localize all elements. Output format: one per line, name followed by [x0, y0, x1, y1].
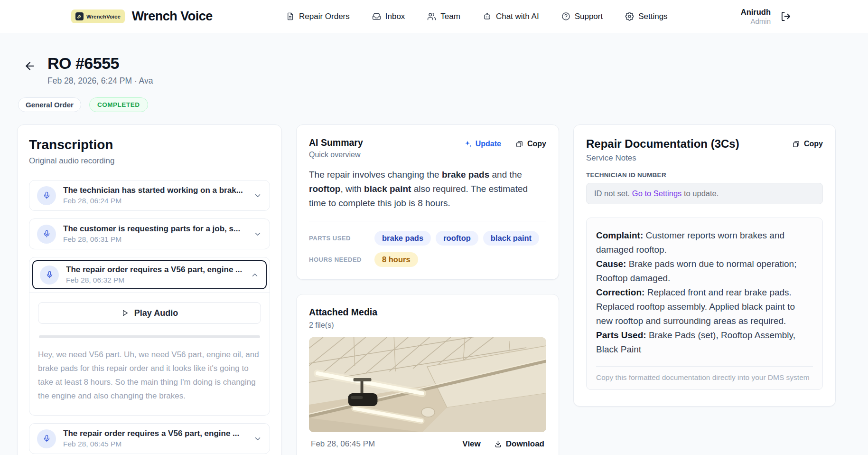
- copy-doc-button[interactable]: Copy: [792, 140, 823, 148]
- tech-note-prefix: ID not set.: [594, 189, 632, 198]
- copy-label: Copy: [527, 140, 546, 148]
- middle-column: AI Summary Quick overview Update Copy: [296, 124, 559, 455]
- sparkles-icon: [464, 140, 472, 148]
- media-photo-1[interactable]: [309, 337, 546, 432]
- hours-chip: 8 hours: [374, 252, 418, 267]
- brand-badge-label: WrenchVoice: [86, 14, 121, 19]
- transcription-panel: Transcription Original audio recording T…: [17, 124, 282, 455]
- tech-note-suffix: to update.: [681, 189, 719, 198]
- part-chip: brake pads: [374, 231, 431, 246]
- nav-item-inbox[interactable]: Inbox: [372, 12, 405, 21]
- chevron-down-icon: [253, 191, 262, 200]
- main-nav: Repair Orders Inbox Team Chat with AI Su…: [213, 12, 741, 21]
- audio-item-expanded-body: Play Audio Hey, we need V56 part. Uh, we…: [29, 292, 270, 415]
- gear-icon: [625, 12, 634, 21]
- download-button[interactable]: Download: [494, 439, 544, 449]
- audio-item-time: Feb 28, 06:31 PM: [63, 235, 246, 244]
- note-parts-used: Parts Used: Brake Pads (set), Rooftop As…: [596, 328, 813, 357]
- transcript-text: Hey, we need V56 part. Uh, we need V56 p…: [38, 348, 261, 403]
- media-actions: View Download: [462, 439, 544, 449]
- repair-doc-panel: Repair Documentation (3Cs) Service Notes…: [573, 124, 836, 407]
- badge-row: General Order COMPLETED: [18, 97, 851, 112]
- nav-item-chat-with-ai[interactable]: Chat with AI: [483, 12, 539, 21]
- play-audio-button[interactable]: Play Audio: [38, 302, 261, 324]
- service-notes-box: Complaint: Customer reports worn brakes …: [586, 218, 823, 390]
- divider: [596, 366, 813, 367]
- update-label: Update: [476, 140, 501, 148]
- audio-seek-bar[interactable]: [39, 335, 260, 338]
- audio-item-text: The technician has started working on a …: [63, 186, 246, 205]
- top-bar: WrenchVoice Wrench Voice Repair Orders I…: [0, 0, 868, 33]
- page-subtitle: Feb 28, 2026, 6:24 PM · Ava: [47, 76, 153, 86]
- audio-item-expanded: The repair order requires a V56 part, en…: [29, 257, 270, 416]
- content-columns: Transcription Original audio recording T…: [17, 124, 851, 455]
- attached-media-count: 2 file(s): [309, 321, 546, 330]
- audio-list: The technician has started working on a …: [29, 180, 270, 455]
- robot-icon: [483, 12, 492, 21]
- dms-hint-text: Copy this formatted documentation direct…: [596, 373, 813, 382]
- page-header: RO #6555 Feb 28, 2026, 6:24 PM · Ava: [24, 54, 851, 86]
- page-title-block: RO #6555 Feb 28, 2026, 6:24 PM · Ava: [47, 54, 153, 86]
- copy-summary-button[interactable]: Copy: [515, 140, 546, 148]
- repair-doc-title-block: Repair Documentation (3Cs) Service Notes: [586, 137, 739, 163]
- attached-media-title: Attached Media: [309, 307, 546, 318]
- copy-label: Copy: [804, 140, 823, 148]
- nav-item-settings[interactable]: Settings: [625, 12, 667, 21]
- audio-item-expanded-header[interactable]: The repair order requires a V56 part, en…: [32, 260, 267, 289]
- user-name: Anirudh: [741, 8, 771, 17]
- audio-item-title: The repair order requires a V56 part, en…: [66, 265, 243, 275]
- hours-needed-row: HOURS NEEDED 8 hours: [309, 252, 546, 267]
- update-button[interactable]: Update: [464, 140, 501, 148]
- nav-item-repair-orders[interactable]: Repair Orders: [286, 12, 350, 21]
- transcription-title: Transcription: [29, 137, 270, 152]
- nav-item-support[interactable]: Support: [561, 12, 603, 21]
- attached-media-panel: Attached Media 2 file(s): [296, 294, 559, 455]
- media-timestamp: Feb 28, 06:45 PM: [311, 439, 375, 449]
- wrench-icon: [75, 12, 84, 20]
- parts-chips: brake pads rooftop black paint: [374, 231, 539, 246]
- status-badge: COMPLETED: [89, 97, 148, 112]
- nav-item-team[interactable]: Team: [427, 12, 460, 21]
- repair-doc-actions: Copy: [792, 137, 823, 148]
- mic-icon: [37, 186, 56, 205]
- nav-label: Inbox: [385, 12, 405, 21]
- order-type-badge: General Order: [18, 97, 81, 112]
- audio-item[interactable]: The technician has started working on a …: [29, 180, 270, 211]
- nav-label: Repair Orders: [299, 12, 350, 21]
- audio-item-text: The repair order requires a V56 part, en…: [66, 265, 243, 284]
- hours-chips: 8 hours: [374, 252, 418, 267]
- nav-label: Team: [440, 12, 460, 21]
- brand[interactable]: WrenchVoice Wrench Voice: [71, 9, 213, 24]
- parts-used-label: PARTS USED: [309, 235, 374, 242]
- note-cause: Cause: Brake pads worn due to normal ope…: [596, 257, 813, 285]
- part-chip: rooftop: [436, 231, 478, 246]
- user-role: Admin: [741, 17, 771, 25]
- audio-item-text: The repair order requires a V56 part, en…: [63, 429, 246, 448]
- media-footer: Feb 28, 06:45 PM View Download: [309, 439, 546, 449]
- logout-icon[interactable]: [780, 11, 791, 22]
- note-correction: Correction: Replaced front and rear brak…: [596, 285, 813, 328]
- transcription-subtitle: Original audio recording: [29, 156, 270, 166]
- divider: [309, 221, 546, 221]
- audio-item-time: Feb 28, 06:24 PM: [63, 197, 246, 205]
- back-arrow-icon[interactable]: [24, 60, 36, 72]
- audio-item[interactable]: The customer is requesting parts for a j…: [29, 218, 270, 249]
- go-to-settings-link[interactable]: Go to Settings: [632, 189, 682, 198]
- audio-item-title: The repair order requires a V56 part, en…: [63, 429, 246, 438]
- mic-icon: [37, 429, 56, 448]
- copy-icon: [792, 140, 800, 148]
- repair-doc-header: Repair Documentation (3Cs) Service Notes…: [586, 137, 823, 163]
- document-icon: [286, 12, 295, 21]
- ai-summary-panel: AI Summary Quick overview Update Copy: [296, 124, 559, 280]
- chevron-down-icon: [253, 230, 262, 238]
- app-title: Wrench Voice: [132, 9, 213, 24]
- mic-icon: [37, 225, 56, 244]
- view-button[interactable]: View: [462, 439, 480, 449]
- play-icon: [121, 309, 129, 317]
- play-audio-label: Play Audio: [134, 308, 178, 318]
- nav-label: Chat with AI: [496, 12, 539, 21]
- audio-item[interactable]: The repair order requires a V56 part, en…: [29, 423, 270, 454]
- page-title: RO #6555: [47, 54, 153, 73]
- view-label: View: [462, 439, 480, 449]
- audio-item-title: The customer is requesting parts for a j…: [63, 224, 246, 234]
